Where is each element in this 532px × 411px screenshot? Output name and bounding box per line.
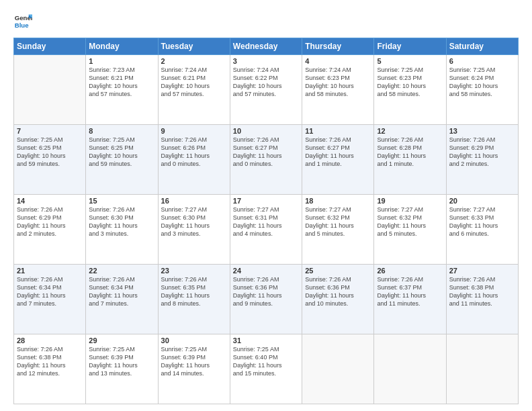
calendar-cell: 1Sunrise: 7:23 AMSunset: 6:21 PMDaylight… [86,55,158,125]
day-info: Sunrise: 7:26 AMSunset: 6:35 PMDaylight:… [161,275,227,308]
calendar-cell: 5Sunrise: 7:25 AMSunset: 6:23 PMDaylight… [374,55,446,125]
week-row-2: 7Sunrise: 7:25 AMSunset: 6:25 PMDaylight… [14,125,519,195]
calendar: SundayMondayTuesdayWednesdayThursdayFrid… [13,38,519,404]
day-info: Sunrise: 7:26 AMSunset: 6:27 PMDaylight:… [305,136,371,169]
calendar-cell: 2Sunrise: 7:24 AMSunset: 6:21 PMDaylight… [158,55,230,125]
day-info: Sunrise: 7:26 AMSunset: 6:29 PMDaylight:… [17,205,83,238]
day-number: 24 [233,267,299,275]
day-number: 10 [233,127,299,135]
day-number: 2 [161,57,227,65]
day-info: Sunrise: 7:26 AMSunset: 6:38 PMDaylight:… [449,275,515,308]
day-number: 31 [233,336,299,345]
calendar-cell: 22Sunrise: 7:26 AMSunset: 6:34 PMDayligh… [86,265,158,334]
weekday-header-monday: Monday [86,38,158,55]
day-info: Sunrise: 7:25 AMSunset: 6:23 PMDaylight:… [377,66,443,99]
calendar-cell: 10Sunrise: 7:26 AMSunset: 6:27 PMDayligh… [230,125,302,195]
day-info: Sunrise: 7:23 AMSunset: 6:21 PMDaylight:… [89,66,154,99]
day-number: 21 [17,267,83,275]
day-number: 14 [17,197,83,205]
weekday-header-thursday: Thursday [302,38,374,55]
day-info: Sunrise: 7:24 AMSunset: 6:22 PMDaylight:… [233,66,299,99]
calendar-cell [302,334,374,404]
calendar-cell: 30Sunrise: 7:25 AMSunset: 6:39 PMDayligh… [158,334,230,404]
calendar-cell: 17Sunrise: 7:27 AMSunset: 6:31 PMDayligh… [230,195,302,265]
weekday-header-tuesday: Tuesday [158,38,230,55]
calendar-cell: 23Sunrise: 7:26 AMSunset: 6:35 PMDayligh… [158,265,230,334]
calendar-cell: 25Sunrise: 7:26 AMSunset: 6:36 PMDayligh… [302,265,374,334]
day-info: Sunrise: 7:25 AMSunset: 6:24 PMDaylight:… [449,66,515,99]
day-number: 17 [233,197,299,205]
day-number: 23 [161,267,227,275]
day-number: 20 [449,197,515,205]
calendar-cell: 24Sunrise: 7:26 AMSunset: 6:36 PMDayligh… [230,265,302,334]
day-info: Sunrise: 7:27 AMSunset: 6:30 PMDaylight:… [161,205,227,238]
day-number: 7 [17,127,83,135]
calendar-cell: 29Sunrise: 7:25 AMSunset: 6:39 PMDayligh… [86,334,158,404]
day-info: Sunrise: 7:26 AMSunset: 6:26 PMDaylight:… [161,136,227,169]
calendar-cell: 19Sunrise: 7:27 AMSunset: 6:32 PMDayligh… [374,195,446,265]
day-info: Sunrise: 7:26 AMSunset: 6:34 PMDaylight:… [89,275,154,308]
calendar-cell [446,334,518,404]
day-number: 6 [449,57,515,65]
calendar-cell: 8Sunrise: 7:25 AMSunset: 6:25 PMDaylight… [86,125,158,195]
day-number: 25 [305,267,371,275]
calendar-cell: 14Sunrise: 7:26 AMSunset: 6:29 PMDayligh… [14,195,86,265]
day-info: Sunrise: 7:25 AMSunset: 6:39 PMDaylight:… [161,345,227,378]
calendar-cell: 7Sunrise: 7:25 AMSunset: 6:25 PMDaylight… [14,125,86,195]
day-info: Sunrise: 7:27 AMSunset: 6:32 PMDaylight:… [305,205,371,238]
day-number: 30 [161,336,227,345]
day-number: 1 [89,57,154,65]
calendar-cell: 4Sunrise: 7:24 AMSunset: 6:23 PMDaylight… [302,55,374,125]
day-info: Sunrise: 7:26 AMSunset: 6:36 PMDaylight:… [305,275,371,308]
day-info: Sunrise: 7:26 AMSunset: 6:36 PMDaylight:… [233,275,299,308]
day-number: 5 [377,57,443,65]
day-info: Sunrise: 7:26 AMSunset: 6:38 PMDaylight:… [17,345,83,378]
day-info: Sunrise: 7:25 AMSunset: 6:40 PMDaylight:… [233,345,299,378]
calendar-cell: 20Sunrise: 7:27 AMSunset: 6:33 PMDayligh… [446,195,518,265]
calendar-cell: 16Sunrise: 7:27 AMSunset: 6:30 PMDayligh… [158,195,230,265]
day-number: 13 [449,127,515,135]
weekday-header-saturday: Saturday [446,38,518,55]
day-number: 18 [305,197,371,205]
day-info: Sunrise: 7:25 AMSunset: 6:39 PMDaylight:… [89,345,154,378]
calendar-cell [374,334,446,404]
day-info: Sunrise: 7:26 AMSunset: 6:34 PMDaylight:… [17,275,83,308]
calendar-cell: 9Sunrise: 7:26 AMSunset: 6:26 PMDaylight… [158,125,230,195]
day-number: 27 [449,267,515,275]
day-info: Sunrise: 7:26 AMSunset: 6:28 PMDaylight:… [377,136,443,169]
day-number: 3 [233,57,299,65]
day-number: 29 [89,336,154,345]
day-info: Sunrise: 7:24 AMSunset: 6:23 PMDaylight:… [305,66,371,99]
day-number: 15 [89,197,154,205]
day-info: Sunrise: 7:27 AMSunset: 6:32 PMDaylight:… [377,205,443,238]
day-number: 11 [305,127,371,135]
calendar-cell: 31Sunrise: 7:25 AMSunset: 6:40 PMDayligh… [230,334,302,404]
week-row-3: 14Sunrise: 7:26 AMSunset: 6:29 PMDayligh… [14,195,519,265]
svg-text:Blue: Blue [15,21,29,29]
weekday-header-sunday: Sunday [14,38,86,55]
day-number: 9 [161,127,227,135]
weekday-header-row: SundayMondayTuesdayWednesdayThursdayFrid… [14,38,519,55]
week-row-1: 1Sunrise: 7:23 AMSunset: 6:21 PMDaylight… [14,55,519,125]
day-info: Sunrise: 7:26 AMSunset: 6:37 PMDaylight:… [377,275,443,308]
calendar-cell: 28Sunrise: 7:26 AMSunset: 6:38 PMDayligh… [14,334,86,404]
day-number: 12 [377,127,443,135]
day-number: 19 [377,197,443,205]
day-info: Sunrise: 7:24 AMSunset: 6:21 PMDaylight:… [161,66,227,99]
weekday-header-wednesday: Wednesday [230,38,302,55]
logo-icon: General Blue [13,12,32,31]
weekday-header-friday: Friday [374,38,446,55]
week-row-5: 28Sunrise: 7:26 AMSunset: 6:38 PMDayligh… [14,334,519,404]
day-info: Sunrise: 7:27 AMSunset: 6:31 PMDaylight:… [233,205,299,238]
day-info: Sunrise: 7:26 AMSunset: 6:30 PMDaylight:… [89,205,154,238]
calendar-cell: 6Sunrise: 7:25 AMSunset: 6:24 PMDaylight… [446,55,518,125]
calendar-cell [14,55,86,125]
day-info: Sunrise: 7:27 AMSunset: 6:33 PMDaylight:… [449,205,515,238]
day-info: Sunrise: 7:26 AMSunset: 6:27 PMDaylight:… [233,136,299,169]
page-header: General Blue [13,12,519,31]
day-info: Sunrise: 7:26 AMSunset: 6:29 PMDaylight:… [449,136,515,169]
calendar-cell: 13Sunrise: 7:26 AMSunset: 6:29 PMDayligh… [446,125,518,195]
day-number: 4 [305,57,371,65]
calendar-cell: 18Sunrise: 7:27 AMSunset: 6:32 PMDayligh… [302,195,374,265]
day-info: Sunrise: 7:25 AMSunset: 6:25 PMDaylight:… [89,136,154,169]
